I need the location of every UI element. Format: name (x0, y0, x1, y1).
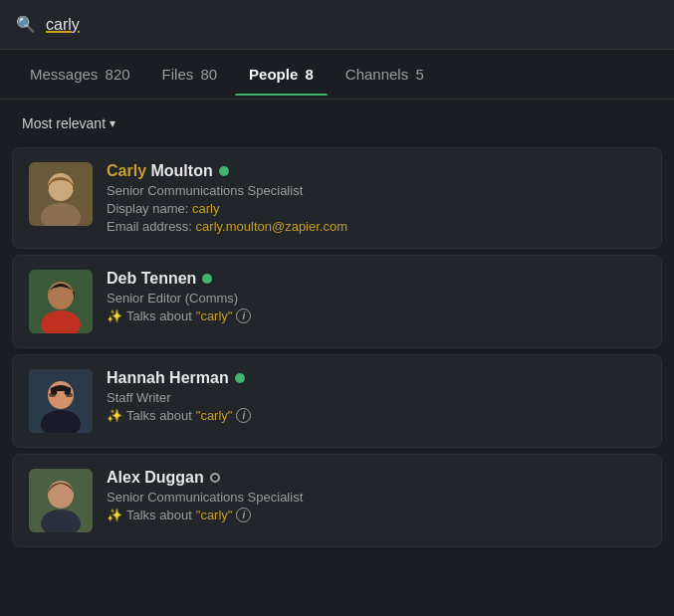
person-email: Email address: carly.moulton@zapier.com (107, 219, 645, 234)
person-name: Hannah Herman (107, 369, 229, 387)
filter-label: Most relevant (22, 115, 106, 131)
status-online-icon (219, 166, 229, 176)
avatar-image (29, 369, 93, 433)
person-display-name: Display name: carly (107, 201, 645, 216)
tab-people[interactable]: People 8 (235, 54, 328, 95)
status-online-icon (235, 373, 245, 383)
person-title: Senior Communications Specialist (107, 490, 645, 505)
sparkle-icon: ✨ (107, 508, 122, 522)
tab-channels[interactable]: Channels 5 (332, 54, 438, 95)
tab-messages[interactable]: Messages 820 (16, 54, 144, 95)
talks-about: ✨ Talks about "carly" i (107, 308, 645, 323)
avatar-carly-moulton (29, 162, 93, 226)
talks-about-label: Talks about (126, 508, 192, 522)
talks-keyword: "carly" (196, 508, 233, 522)
talks-keyword: "carly" (196, 308, 233, 323)
person-info-hannah-herman: Hannah Herman Staff Writer ✨ Talks about… (107, 369, 645, 423)
person-card-hannah-herman[interactable]: Hannah Herman Staff Writer ✨ Talks about… (12, 354, 662, 448)
talks-about-label: Talks about (126, 408, 192, 423)
search-icon: 🔍 (16, 15, 36, 34)
person-title: Staff Writer (107, 390, 645, 405)
avatar-image (29, 469, 93, 532)
info-icon[interactable]: i (236, 508, 251, 522)
person-card-alex-duggan[interactable]: Alex Duggan Senior Communications Specia… (12, 454, 662, 547)
name-row: Hannah Herman (107, 369, 645, 387)
name-row: Alex Duggan (107, 469, 645, 487)
avatar-image (29, 270, 93, 333)
talks-keyword: "carly" (196, 408, 233, 423)
tab-files[interactable]: Files 80 (148, 54, 232, 95)
avatar-image (29, 162, 93, 226)
status-online-icon (202, 274, 212, 284)
talks-about: ✨ Talks about "carly" i (107, 508, 645, 522)
status-away-icon (210, 473, 220, 483)
avatar-alex-duggan (29, 469, 93, 532)
person-name: Deb Tennen (107, 270, 196, 288)
search-bar[interactable]: 🔍 carly (0, 0, 674, 50)
person-title: Senior Editor (Comms) (107, 291, 645, 306)
tabs-bar: Messages 820 Files 80 People 8 Channels … (0, 50, 674, 100)
svg-rect-12 (66, 393, 73, 397)
person-card-deb-tennen[interactable]: Deb Tennen Senior Editor (Comms) ✨ Talks… (12, 255, 662, 348)
avatar-deb-tennen (29, 270, 93, 333)
person-card-carly-moulton[interactable]: Carly Moulton Senior Communications Spec… (12, 147, 662, 249)
person-info-alex-duggan: Alex Duggan Senior Communications Specia… (107, 469, 645, 522)
svg-point-14 (48, 481, 74, 509)
avatar-hannah-herman (29, 369, 93, 433)
people-results: Carly Moulton Senior Communications Spec… (0, 147, 674, 547)
sparkle-icon: ✨ (107, 408, 122, 423)
person-info-carly-moulton: Carly Moulton Senior Communications Spec… (107, 162, 645, 234)
filter-bar: Most relevant ▾ (0, 100, 674, 147)
search-query: carly (46, 16, 80, 34)
talks-about-label: Talks about (126, 308, 192, 323)
person-name: Alex Duggan (107, 469, 204, 487)
sparkle-icon: ✨ (107, 308, 122, 323)
person-title: Senior Communications Specialist (107, 183, 645, 198)
name-row: Carly Moulton (107, 162, 645, 180)
chevron-down-icon: ▾ (110, 116, 115, 130)
info-icon[interactable]: i (236, 408, 251, 423)
svg-rect-11 (49, 393, 56, 397)
talks-about: ✨ Talks about "carly" i (107, 408, 645, 423)
person-info-deb-tennen: Deb Tennen Senior Editor (Comms) ✨ Talks… (107, 270, 645, 323)
sort-filter-button[interactable]: Most relevant ▾ (16, 111, 121, 135)
info-icon[interactable]: i (236, 308, 251, 323)
name-row: Deb Tennen (107, 270, 645, 288)
person-name: Carly Moulton (107, 162, 213, 180)
